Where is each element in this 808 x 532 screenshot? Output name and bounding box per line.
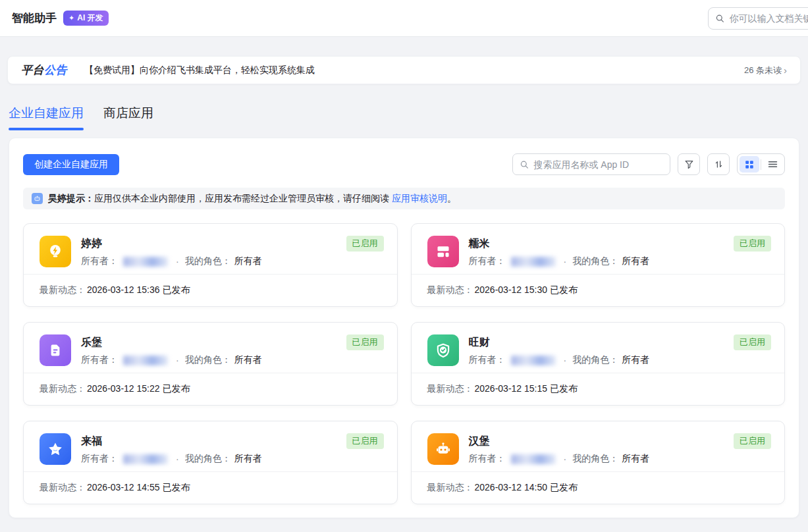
my-role-label: 我的角色： (185, 255, 231, 267)
app-card[interactable]: 糯米 所有者： · 我的角色： 所有者 已启用 最新动态： 2026-03-12… (411, 223, 786, 307)
status-badge: 已启用 (346, 334, 384, 350)
owner-label: 所有者： (81, 255, 118, 267)
unread-count: 26 条未读 (744, 65, 782, 76)
announcement-text: 【免费试用】向你介绍飞书集成平台，轻松实现系统集成 (84, 65, 744, 76)
sort-arrows-icon (713, 159, 724, 170)
tab-store-apps[interactable]: 商店应用 (103, 105, 153, 130)
card-footer: 最新动态： 2026-03-12 15:15 已发布 (412, 373, 785, 405)
tip-text: 昊婷提示：应用仅供本企业内部使用，应用发布需经过企业管理员审核，请仔细阅读 应用… (48, 193, 456, 205)
my-role-value: 所有者 (234, 354, 262, 366)
app-meta: 所有者： · 我的角色： 所有者 (469, 255, 650, 267)
card-footer: 最新动态： 2026-03-12 15:22 已发布 (24, 373, 397, 405)
document-app-icon (40, 334, 71, 366)
my-role-value: 所有者 (234, 255, 262, 267)
owner-name-blurred (123, 257, 168, 267)
app-name: 糯米 (469, 236, 650, 251)
view-toggle-group (737, 153, 785, 175)
my-role-value: 所有者 (622, 354, 649, 366)
apps-toolbar: 创建企业自建应用 (23, 153, 785, 175)
app-card[interactable]: 婷婷 所有者： · 我的角色： 所有者 已启用 最新动态： 2026-03-12… (23, 223, 398, 307)
doc-search-box[interactable] (708, 7, 808, 30)
app-name: 乐堡 (81, 335, 262, 350)
app-meta: 所有者： · 我的角色： 所有者 (81, 255, 262, 267)
ai-dev-badge-label: AI 开发 (77, 13, 103, 24)
owner-name-blurred (511, 454, 556, 464)
owner-name-blurred (511, 257, 556, 267)
robot-app-icon (427, 433, 459, 465)
latest-activity-value: 2026-03-12 14:50 已发布 (475, 482, 578, 494)
lightbulb-app-icon (40, 236, 71, 267)
latest-activity-label: 最新动态： (40, 482, 86, 494)
latest-activity-value: 2026-03-12 15:36 已发布 (87, 284, 190, 296)
my-role-label: 我的角色： (185, 453, 231, 465)
filter-button[interactable] (678, 153, 700, 175)
latest-activity-label: 最新动态： (427, 383, 473, 395)
owner-label: 所有者： (81, 354, 118, 366)
status-badge: 已启用 (734, 236, 771, 252)
top-bar: 智能助手 ✦ AI 开发 (0, 0, 808, 37)
my-role-value: 所有者 (234, 453, 262, 465)
app-type-tabs: 企业自建应用 商店应用 (9, 105, 799, 130)
search-icon (715, 13, 724, 24)
status-badge: 已启用 (734, 334, 771, 350)
app-card[interactable]: 汉堡 所有者： · 我的角色： 所有者 已启用 最新动态： 2026-03-12… (411, 421, 786, 504)
latest-activity-label: 最新动态： (427, 284, 473, 296)
latest-activity-label: 最新动态： (40, 284, 86, 296)
app-meta: 所有者： · 我的角色： 所有者 (469, 354, 650, 366)
app-card-grid: 婷婷 所有者： · 我的角色： 所有者 已启用 最新动态： 2026-03-12… (23, 223, 785, 504)
owner-label: 所有者： (469, 354, 506, 366)
my-role-label: 我的角色： (572, 453, 618, 465)
my-role-label: 我的角色： (572, 255, 618, 267)
dot-separator: · (176, 355, 179, 365)
owner-label: 所有者： (81, 453, 118, 465)
status-badge: 已启用 (346, 433, 384, 449)
create-app-button[interactable]: 创建企业自建应用 (23, 154, 119, 175)
latest-activity-label: 最新动态： (40, 383, 86, 395)
sort-button[interactable] (707, 153, 730, 175)
app-meta: 所有者： · 我的角色： 所有者 (81, 354, 262, 366)
unread-count-link[interactable]: 26 条未读 › (744, 65, 787, 76)
page-title: 智能助手 (12, 11, 57, 26)
card-footer: 最新动态： 2026-03-12 15:36 已发布 (24, 275, 397, 306)
sparkle-icon: ✦ (68, 14, 74, 22)
tip-suffix: 。 (447, 193, 456, 203)
app-review-guide-link[interactable]: 应用审核说明 (392, 193, 447, 203)
owner-name-blurred (123, 356, 168, 365)
tip-bar: 昊婷提示：应用仅供本企业内部使用，应用发布需经过企业管理员审核，请仔细阅读 应用… (23, 188, 785, 209)
status-badge: 已启用 (346, 236, 384, 252)
app-search-box[interactable] (512, 153, 670, 175)
assistant-avatar-icon (32, 193, 43, 204)
latest-activity-value: 2026-03-12 15:15 已发布 (475, 383, 578, 395)
search-icon (520, 159, 529, 170)
announcement-label: 平台公告 (21, 63, 67, 78)
list-view-button[interactable] (763, 156, 782, 173)
dot-separator: · (176, 256, 179, 267)
grid-view-button[interactable] (740, 156, 759, 173)
dashboard-app-icon (427, 236, 459, 267)
dot-separator: · (564, 454, 567, 464)
dot-separator: · (564, 256, 567, 267)
dot-separator: · (564, 355, 567, 365)
toggle-divider (761, 159, 761, 170)
my-role-label: 我的角色： (185, 354, 231, 366)
card-footer: 最新动态： 2026-03-12 15:30 已发布 (412, 275, 785, 306)
owner-name-blurred (511, 356, 556, 365)
status-badge: 已启用 (734, 433, 771, 449)
app-name: 汉堡 (469, 434, 650, 448)
owner-label: 所有者： (469, 453, 506, 465)
doc-search-input[interactable] (729, 13, 808, 24)
tab-self-built-apps[interactable]: 企业自建应用 (9, 105, 84, 130)
app-card[interactable]: 旺财 所有者： · 我的角色： 所有者 已启用 最新动态： 2026-03-12… (411, 322, 786, 406)
app-meta: 所有者： · 我的角色： 所有者 (469, 453, 650, 465)
app-card[interactable]: 乐堡 所有者： · 我的角色： 所有者 已启用 最新动态： 2026-03-12… (23, 322, 398, 406)
owner-label: 所有者： (469, 255, 506, 267)
platform-announcement-bar[interactable]: 平台公告 【免费试用】向你介绍飞书集成平台，轻松实现系统集成 26 条未读 › (7, 56, 801, 84)
app-search-input[interactable] (533, 159, 663, 170)
star-app-icon (40, 433, 71, 465)
my-role-value: 所有者 (622, 255, 649, 267)
chevron-right-icon: › (784, 65, 787, 76)
app-name: 来福 (81, 434, 262, 448)
app-meta: 所有者： · 我的角色： 所有者 (81, 453, 262, 465)
announcement-label-part1: 平台 (21, 64, 44, 76)
app-card[interactable]: 来福 所有者： · 我的角色： 所有者 已启用 最新动态： 2026-03-12… (23, 421, 398, 504)
